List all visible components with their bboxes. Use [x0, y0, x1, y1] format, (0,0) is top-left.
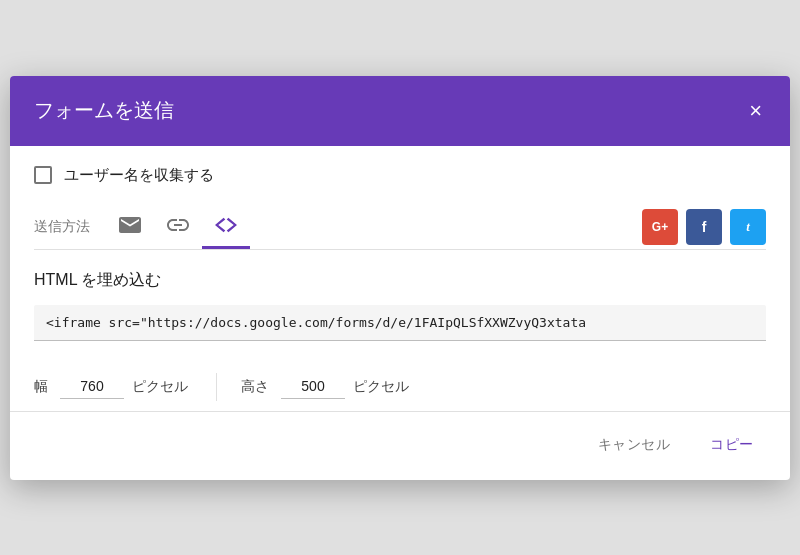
dialog-title: フォームを送信 — [34, 97, 174, 124]
tab-google-plus[interactable]: G+ — [642, 209, 678, 245]
tab-facebook[interactable]: f — [686, 209, 722, 245]
dialog-footer: キャンセル コピー — [10, 411, 790, 480]
twitter-label: t — [746, 219, 750, 235]
link-icon — [167, 219, 189, 231]
email-icon — [119, 217, 141, 233]
height-label: 高さ — [241, 378, 269, 396]
tab-code[interactable] — [202, 205, 250, 249]
tab-twitter[interactable]: t — [730, 209, 766, 245]
embed-title: HTML を埋め込む — [34, 270, 766, 291]
dimensions-row: 幅 ピクセル 高さ ピクセル — [34, 373, 766, 401]
width-unit-label: ピクセル — [132, 378, 188, 396]
cancel-button[interactable]: キャンセル — [586, 428, 683, 462]
dimension-separator — [216, 373, 217, 401]
send-form-dialog: フォームを送信 × ユーザー名を収集する 送信方法 — [10, 76, 790, 480]
google-plus-label: G+ — [652, 220, 668, 234]
username-collect-row: ユーザー名を収集する — [34, 166, 766, 185]
close-button[interactable]: × — [745, 96, 766, 126]
width-input[interactable] — [60, 374, 124, 399]
dialog-header: フォームを送信 × — [10, 76, 790, 146]
tab-email[interactable] — [106, 205, 154, 249]
username-checkbox-label: ユーザー名を収集する — [64, 166, 214, 185]
width-label: 幅 — [34, 378, 48, 396]
send-method-label: 送信方法 — [34, 218, 90, 236]
send-method-row: 送信方法 — [34, 205, 766, 250]
height-input[interactable] — [281, 374, 345, 399]
height-unit-label: ピクセル — [353, 378, 409, 396]
dialog-body: ユーザー名を収集する 送信方法 — [10, 146, 790, 401]
code-icon — [215, 217, 237, 233]
facebook-label: f — [702, 219, 707, 235]
embed-section: HTML を埋め込む — [34, 250, 766, 353]
embed-code-input[interactable] — [34, 305, 766, 341]
method-tabs — [106, 205, 642, 249]
copy-button[interactable]: コピー — [698, 428, 766, 462]
tab-link[interactable] — [154, 205, 202, 249]
social-tabs: G+ f t — [642, 209, 766, 245]
username-checkbox[interactable] — [34, 166, 52, 184]
